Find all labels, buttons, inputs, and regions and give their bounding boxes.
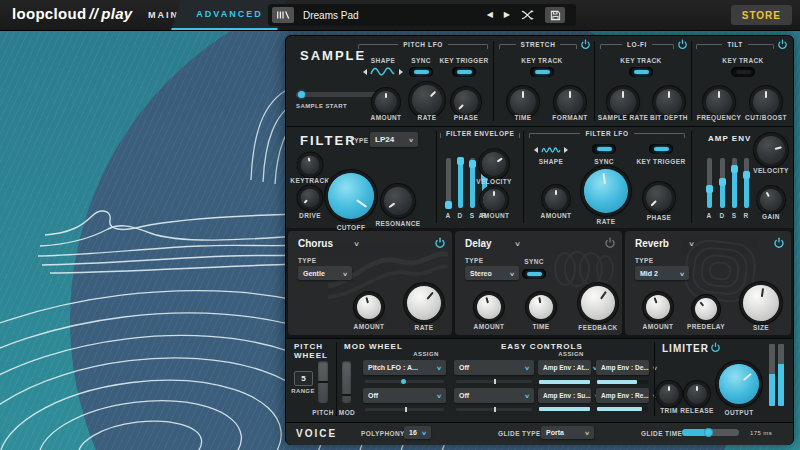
pitch-lfo-shape-selector[interactable] <box>363 66 403 78</box>
mod-assign-3-amount-slider[interactable] <box>365 408 444 411</box>
filter-lfo-keytrigger-toggle[interactable] <box>649 144 673 154</box>
filter-cutoff-knob[interactable] <box>328 173 374 219</box>
filter-env-amount-knob[interactable] <box>483 189 505 211</box>
easy-control-3-dropdown[interactable]: Amp Env : Su...∨ <box>538 388 591 403</box>
amp-env-decay-slider[interactable] <box>720 158 725 208</box>
mod-assign-2-amount-slider[interactable] <box>456 380 532 383</box>
chevron-down-icon[interactable]: ∨ <box>688 240 695 247</box>
mod-assign-1-dropdown[interactable]: Pitch LFO : A...∨ <box>363 360 446 375</box>
sample-start-handle[interactable] <box>298 91 305 98</box>
filter-env-decay-slider[interactable] <box>458 158 463 208</box>
reverb-predelay-knob[interactable] <box>695 298 717 320</box>
pitch-lfo-amount-knob[interactable] <box>375 91 397 113</box>
filter-lfo-rate-knob[interactable] <box>584 169 628 213</box>
stretch-formant-knob[interactable] <box>557 89 583 115</box>
filter-env-attack-slider[interactable] <box>446 158 451 208</box>
lofi-keytrack-toggle[interactable] <box>629 67 653 77</box>
delay-type-dropdown[interactable]: Stereo∨ <box>465 266 519 280</box>
delay-feedback-knob[interactable] <box>581 286 615 320</box>
stretch-keytrack-toggle[interactable] <box>530 67 554 77</box>
tilt-keytrack-toggle[interactable] <box>731 67 755 77</box>
mod-assign-4-amount-slider[interactable] <box>456 408 532 411</box>
easy-control-4-dropdown[interactable]: Amp Env : Re...∨ <box>596 388 649 403</box>
reverb-size-knob[interactable] <box>743 285 779 321</box>
stretch-time-knob[interactable] <box>510 89 536 115</box>
easy-control-3-slider[interactable] <box>539 407 590 411</box>
shuffle-icon[interactable] <box>521 10 534 20</box>
filter-keytrack-knob[interactable] <box>301 156 320 175</box>
shape-prev-icon[interactable] <box>534 147 538 153</box>
delay-name[interactable]: Delay <box>465 238 492 249</box>
amp-env-release-slider[interactable] <box>744 158 749 208</box>
shape-prev-icon[interactable] <box>363 69 367 75</box>
pitch-lfo-rate-knob[interactable] <box>412 85 442 115</box>
limiter-power-button[interactable] <box>710 342 721 353</box>
chorus-power-button[interactable] <box>434 237 446 249</box>
tilt-power-button[interactable] <box>777 39 788 50</box>
reverb-amount-knob[interactable] <box>646 295 670 319</box>
tilt-frequency-knob[interactable] <box>706 89 732 115</box>
tilt-cutboost-knob[interactable] <box>753 89 779 115</box>
mod-assign-2-dropdown[interactable]: Off∨ <box>454 360 534 375</box>
filter-resonance-knob[interactable] <box>384 187 412 215</box>
delay-amount-knob[interactable] <box>477 295 501 319</box>
amp-env-velocity-knob[interactable] <box>757 136 785 164</box>
filter-lfo-amount-knob[interactable] <box>545 188 567 210</box>
lofi-samplerate-knob[interactable] <box>610 89 636 115</box>
mod-assign-3-dropdown[interactable]: Off∨ <box>363 388 446 403</box>
shape-next-icon[interactable] <box>564 147 568 153</box>
delay-time-knob[interactable] <box>529 295 553 319</box>
delay-sync-toggle[interactable] <box>522 269 546 279</box>
amp-env-sustain-slider[interactable] <box>732 158 737 208</box>
easy-control-2-slider[interactable] <box>597 380 648 384</box>
lofi-bitdepth-knob[interactable] <box>656 89 682 115</box>
chorus-name[interactable]: Chorus <box>298 238 333 249</box>
save-preset-button[interactable] <box>545 7 565 23</box>
reverb-type-dropdown[interactable]: Mid 2∨ <box>635 266 689 280</box>
easy-control-1-slider[interactable] <box>539 380 590 384</box>
filter-type-dropdown[interactable]: LP24∨ <box>370 132 418 147</box>
amp-env-gain-knob[interactable] <box>760 189 782 211</box>
delay-power-button[interactable] <box>604 237 616 249</box>
store-button[interactable]: STORE <box>731 5 792 25</box>
chevron-down-icon[interactable]: ∨ <box>353 240 360 247</box>
easy-control-1-dropdown[interactable]: Amp Env : At...∨ <box>538 360 591 375</box>
glide-time-slider[interactable] <box>682 429 739 436</box>
filter-env-velocity-knob[interactable] <box>482 152 506 176</box>
filter-env-sustain-slider[interactable] <box>470 158 475 208</box>
pitch-range-value[interactable]: 5 <box>294 371 313 386</box>
limiter-output-knob[interactable] <box>719 364 759 404</box>
shape-next-icon[interactable] <box>399 69 403 75</box>
chorus-rate-knob[interactable] <box>407 286 441 320</box>
easy-control-2-dropdown[interactable]: Amp Env : De...∨ <box>596 360 649 375</box>
pitch-lfo-phase-knob[interactable] <box>454 90 478 114</box>
filter-lfo-shape-selector[interactable] <box>534 144 568 155</box>
lofi-power-button[interactable] <box>677 39 688 50</box>
filter-drive-knob[interactable] <box>301 189 320 208</box>
previous-preset-icon[interactable]: ◀ <box>487 11 493 19</box>
reverb-predelay-label: PREDELAY <box>687 323 725 330</box>
mod-wheel[interactable] <box>342 361 351 403</box>
chevron-down-icon[interactable]: ∨ <box>514 240 521 247</box>
pitch-wheel[interactable] <box>318 361 328 403</box>
filter-lfo-phase-knob[interactable] <box>646 185 672 211</box>
preset-name[interactable]: Dreams Pad <box>303 10 487 21</box>
glide-type-dropdown[interactable]: Porta∨ <box>541 426 594 439</box>
chorus-amount-knob[interactable] <box>357 295 381 319</box>
mod-assign-1-amount-slider[interactable] <box>365 380 444 383</box>
pitch-lfo-sync-toggle[interactable] <box>409 67 433 77</box>
stretch-power-button[interactable] <box>580 39 591 50</box>
mod-assign-4-dropdown[interactable]: Off∨ <box>454 388 534 403</box>
filter-lfo-sync-toggle[interactable] <box>592 144 616 154</box>
next-preset-icon[interactable]: ▶ <box>504 11 510 19</box>
preset-browse-button[interactable] <box>272 7 294 23</box>
limiter-release-knob[interactable] <box>687 384 707 404</box>
reverb-name[interactable]: Reverb <box>635 238 669 249</box>
pitch-lfo-keytrigger-toggle[interactable] <box>452 67 476 77</box>
limiter-trim-knob[interactable] <box>659 384 679 404</box>
chorus-type-dropdown[interactable]: Gentle∨ <box>298 266 352 280</box>
amp-env-attack-slider[interactable] <box>707 158 712 208</box>
polyphony-dropdown[interactable]: 16∨ <box>404 426 431 439</box>
easy-control-4-slider[interactable] <box>597 407 648 411</box>
reverb-power-button[interactable] <box>773 237 785 249</box>
